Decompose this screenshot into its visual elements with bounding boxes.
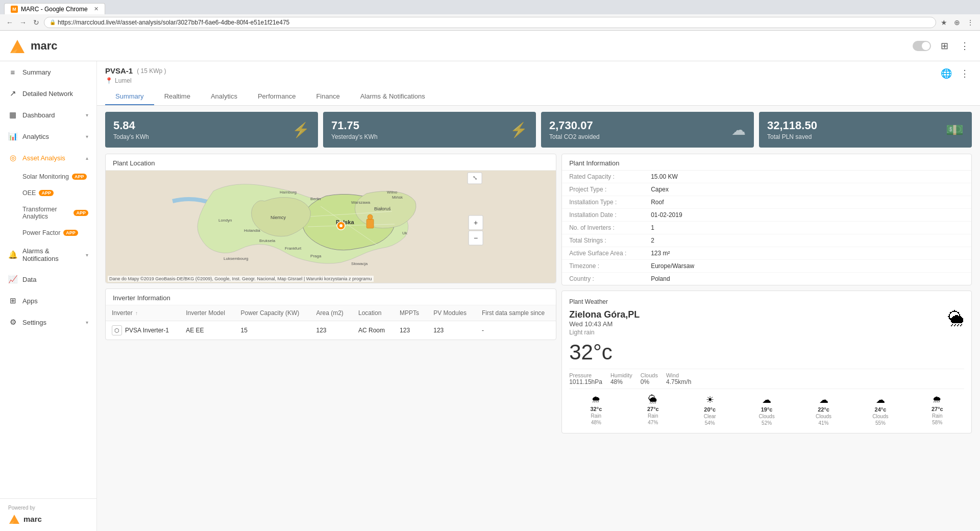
surface-area-value: 123 m² xyxy=(651,250,670,257)
forecast-temp: 24°c xyxy=(875,406,887,413)
inverter-chip-icon: ⬡ xyxy=(112,325,122,335)
today-kwh-value: 5.84 xyxy=(113,119,149,132)
plant-info-title: Plant Information xyxy=(562,154,971,171)
sidebar-item-dashboard[interactable]: ▦ Dashboard ▾ xyxy=(0,104,96,126)
lightning-icon-yesterday: ⚡ xyxy=(510,122,528,138)
forecast-label: Clouds xyxy=(759,414,775,419)
apps-icon: ⊞ xyxy=(8,296,17,305)
sidebar-item-settings[interactable]: ⚙ Settings ▾ xyxy=(0,311,96,333)
forecast-temp: 20°c xyxy=(704,406,716,413)
extensions-button[interactable]: ⊕ xyxy=(951,17,963,28)
logo-icon xyxy=(8,37,27,55)
footer-logo: marc xyxy=(8,513,88,525)
rated-capacity-label: Rated Capacity : xyxy=(569,173,651,180)
plant-location-card: Plant Location xyxy=(105,154,556,283)
installation-type-value: Roof xyxy=(651,199,664,206)
reload-button[interactable]: ↻ xyxy=(31,17,42,28)
toggle-switch[interactable] xyxy=(913,41,931,51)
total-strings-value: 2 xyxy=(651,237,654,244)
browser-chrome: M MARC - Google Chrome ✕ ← → ↻ 🔒 https:/… xyxy=(0,0,980,31)
tab-performance[interactable]: Performance xyxy=(248,88,306,105)
svg-text:Hamburg: Hamburg xyxy=(280,190,297,195)
back-button[interactable]: ← xyxy=(4,17,15,28)
settings-chevron: ▾ xyxy=(86,320,88,325)
forecast-pct: 41% xyxy=(819,420,829,426)
th-area: Area (m2) xyxy=(310,305,353,321)
sidebar-sub-power-factor[interactable]: Power Factor APP xyxy=(0,225,96,241)
td-pv-modules: 123 xyxy=(427,321,476,340)
weather-title: Plant Weather xyxy=(569,298,964,305)
alarms-icon: 🔔 xyxy=(8,250,17,259)
header-more-button[interactable]: ⋮ xyxy=(958,66,972,81)
sidebar-sub-transformer-analytics[interactable]: Transformer Analytics APP xyxy=(0,201,96,225)
today-kwh-label: Today's KWh xyxy=(113,133,149,140)
money-icon-pln: 💵 xyxy=(946,122,964,138)
inverter-table-wrap: Inverter ↑ Inverter Model Power Capacity… xyxy=(106,305,556,340)
topbar-menu-button[interactable]: ⋮ xyxy=(958,39,972,53)
settings-icon: ⚙ xyxy=(8,318,17,327)
forecast-day-item: 🌦 27°c Rain 47% xyxy=(626,394,680,426)
logo: marc xyxy=(8,37,58,55)
bookmarks-button[interactable]: ★ xyxy=(938,17,949,28)
address-bar[interactable]: 🔒 https://marccloud.live/#/asset-analysi… xyxy=(44,17,936,28)
tab-alarms[interactable]: Alarms & Notifications xyxy=(350,88,435,105)
clouds-value: 0% xyxy=(641,378,658,385)
inverter-table: Inverter ↑ Inverter Model Power Capacity… xyxy=(106,305,556,340)
svg-text:Praga: Praga xyxy=(310,254,322,258)
sidebar-item-summary[interactable]: ≡ Summary xyxy=(0,61,96,83)
stat-card-pln: 32,118.50 Total PLN saved 💵 xyxy=(759,112,972,148)
num-inverters-label: No. of Inverters : xyxy=(569,224,651,231)
globe-icon-button[interactable]: 🌐 xyxy=(939,66,953,81)
svg-text:Frankfurt: Frankfurt xyxy=(285,246,302,251)
tab-realtime[interactable]: Realtime xyxy=(154,88,201,105)
forecast-pct: 52% xyxy=(762,420,772,426)
sidebar-item-analytics[interactable]: 📊 Analytics ▾ xyxy=(0,126,96,147)
header-info: PVSA-1 ( 15 KWp ) 📍 Lumel xyxy=(105,66,939,88)
svg-text:Mińsk: Mińsk xyxy=(392,195,403,200)
forecast-icon: ☁ xyxy=(876,394,885,405)
oee-label: OEE xyxy=(22,189,36,197)
sort-icon: ↑ xyxy=(135,310,138,316)
info-row-rated-capacity: Rated Capacity : 15.00 KW xyxy=(562,171,971,183)
tab-close-button[interactable]: ✕ xyxy=(94,6,99,12)
installation-date-label: Installation Date : xyxy=(569,211,651,219)
weather-wind: Wind 4.75km/h xyxy=(666,372,691,385)
tab-summary[interactable]: Summary xyxy=(105,88,154,105)
tabs-row: Summary Realtime Analytics Performance F… xyxy=(105,88,972,105)
installation-date-value: 01-02-2019 xyxy=(651,211,682,219)
rated-capacity-value: 15.00 KW xyxy=(651,173,678,180)
info-row-country: Country : Poland xyxy=(562,273,971,285)
grid-section: Plant Location xyxy=(97,154,980,439)
browser-menu-button[interactable]: ⋮ xyxy=(965,17,976,28)
sidebar-item-asset-analysis[interactable]: ◎ Asset Analysis ▴ xyxy=(0,147,96,168)
project-type-value: Capex xyxy=(651,186,669,193)
forecast-label: Rain xyxy=(648,413,658,419)
svg-text:Wilno: Wilno xyxy=(387,190,398,195)
info-row-installation-type: Installation Type : Roof xyxy=(562,196,971,209)
cloud-icon-co2: ☁ xyxy=(731,122,746,138)
browser-tab[interactable]: M MARC - Google Chrome ✕ xyxy=(4,3,105,14)
solar-monitoring-badge: APP xyxy=(72,174,87,180)
topbar-toggle[interactable] xyxy=(913,41,931,51)
tab-analytics[interactable]: Analytics xyxy=(201,88,248,105)
tab-finance[interactable]: Finance xyxy=(306,88,350,105)
sidebar-item-detailed-network[interactable]: ↗ Detailed Network xyxy=(0,83,96,104)
sidebar-sub-solar-monitoring[interactable]: Solar Monitoring APP xyxy=(0,168,96,185)
sidebar-item-apps[interactable]: ⊞ Apps xyxy=(0,290,96,311)
forward-button[interactable]: → xyxy=(17,17,29,28)
plant-title: PVSA-1 xyxy=(105,66,133,75)
sidebar-sub-oee[interactable]: OEE APP xyxy=(0,185,96,201)
browser-actions: ★ ⊕ ⋮ xyxy=(938,17,976,28)
info-row-project-type: Project Type : Capex xyxy=(562,183,971,196)
svg-text:Bruksela: Bruksela xyxy=(259,238,276,243)
sidebar-item-alarms[interactable]: 🔔 Alarms & Notifications ▾ xyxy=(0,241,96,269)
analytics-chevron: ▾ xyxy=(86,134,88,139)
th-first-data: First data sample since xyxy=(476,305,556,321)
forecast-pct: 55% xyxy=(875,420,886,426)
sidebar-label-detailed-network: Detailed Network xyxy=(22,90,73,98)
grid-view-button[interactable]: ⊞ xyxy=(937,39,951,53)
sidebar-item-data[interactable]: 📈 Data xyxy=(0,269,96,290)
forecast-icon: 🌦 xyxy=(648,394,657,405)
pressure-label: Pressure xyxy=(569,372,602,378)
map-container[interactable]: Polska Niemcy Białoruś Berlin Warszawa M… xyxy=(106,171,556,283)
